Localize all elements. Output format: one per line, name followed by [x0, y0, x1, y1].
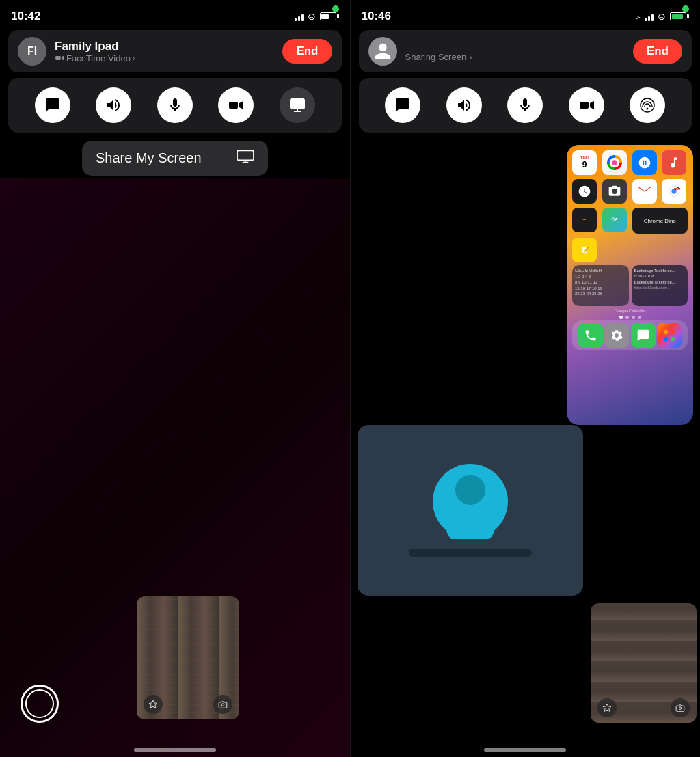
- thumbnail-card-right: [591, 603, 697, 723]
- misc-dock-icon: [657, 323, 682, 348]
- camera-app-icon: [602, 179, 627, 204]
- home-indicator-left: [134, 748, 216, 752]
- caller-name-left: Family Ipad: [55, 40, 135, 53]
- widget-row: DECEMBER 1 2 3 4 58 9 10 11 1215 16 17 1…: [567, 265, 693, 309]
- location-icon: ▹: [636, 12, 641, 22]
- battery-icon-right: [670, 12, 689, 20]
- signal-icon-right: [645, 12, 654, 21]
- wifi-icon-left: ⊜: [308, 11, 316, 22]
- right-panel: 10:46 ▹ ⊜ Sh: [351, 0, 701, 757]
- photos-app-icon: [602, 150, 627, 175]
- star-button-right[interactable]: [597, 698, 617, 717]
- svg-marker-6: [149, 700, 157, 708]
- svg-point-21: [455, 475, 485, 505]
- calendar-widget: DECEMBER 1 2 3 4 58 9 10 11 1215 16 17 1…: [572, 265, 629, 306]
- svg-point-24: [679, 707, 682, 710]
- call-controls-left: [8, 78, 342, 133]
- phone-dock-icon: [578, 323, 603, 348]
- svg-marker-1: [62, 56, 64, 61]
- app-grid: THU 9: [567, 145, 693, 268]
- svg-point-18: [664, 337, 669, 342]
- svg-point-17: [671, 330, 675, 335]
- thumbnail-card-left: [137, 596, 239, 719]
- camera-button-left[interactable]: [218, 87, 254, 123]
- svg-marker-9: [590, 101, 594, 109]
- events-widget: Backstage Taskforce... 6:30–7 PM Backsta…: [632, 265, 688, 306]
- wifi-icon-right: ⊜: [658, 11, 666, 22]
- time-left: 10:42: [11, 10, 40, 23]
- camera-flip-button-right[interactable]: [671, 698, 690, 717]
- person-avatar-icon: [433, 464, 508, 539]
- svg-point-13: [612, 160, 617, 165]
- svg-point-19: [671, 337, 675, 342]
- thumb-icons-right: [591, 698, 697, 717]
- status-bar-left: 10:42 ⊜: [0, 0, 350, 30]
- left-panel: 10:42 ⊜ FI Family Ipad Fa: [0, 0, 350, 757]
- clock-app-icon: [572, 179, 597, 204]
- svg-rect-8: [580, 102, 589, 109]
- status-bar-right: 10:46 ▹ ⊜: [351, 0, 701, 30]
- avatar-panel: [358, 425, 583, 596]
- end-call-button-left[interactable]: End: [282, 39, 332, 64]
- caller-avatar-left: FI: [18, 37, 46, 66]
- gmail-app-icon: [632, 179, 657, 204]
- video-area-left: [0, 178, 350, 757]
- svg-point-11: [647, 108, 649, 110]
- caller-name-right: [405, 41, 487, 49]
- message-button-right[interactable]: [385, 87, 420, 123]
- screen-share-button-left[interactable]: [280, 87, 315, 123]
- appstore-app-icon: [632, 150, 657, 175]
- green-dot-right: [682, 5, 689, 12]
- mic-button-left[interactable]: [157, 87, 193, 123]
- thumb-icons-left: [137, 695, 239, 714]
- messages-dock-icon: [631, 323, 656, 348]
- battery-icon-left: [320, 12, 339, 20]
- dock: [572, 320, 688, 350]
- speaker-button-left[interactable]: [96, 87, 131, 123]
- call-controls-right: [359, 78, 692, 133]
- status-icons-left: ⊜: [295, 11, 339, 22]
- airdrop-button-right[interactable]: [630, 87, 665, 123]
- record-button[interactable]: [21, 685, 59, 723]
- call-info-right: Sharing Screen ›: [368, 37, 487, 66]
- svg-marker-23: [603, 704, 611, 711]
- svg-rect-4: [291, 99, 304, 109]
- call-header-right: Sharing Screen › End: [359, 30, 692, 72]
- call-header-left: FI Family Ipad FaceTime Video › End: [8, 30, 342, 72]
- call-type-left: FaceTime Video ›: [55, 53, 135, 64]
- caller-details-right: Sharing Screen ›: [405, 41, 487, 62]
- message-button-left[interactable]: [35, 87, 70, 123]
- page-dots: [567, 314, 693, 320]
- iphone-screen-preview: THU 9: [567, 145, 693, 425]
- camera-flip-button-left[interactable]: [213, 695, 232, 714]
- svg-rect-0: [55, 56, 61, 60]
- maps-app-icon: 🗺: [602, 208, 627, 232]
- svg-rect-2: [229, 102, 238, 109]
- end-call-button-right[interactable]: End: [633, 39, 682, 64]
- svg-point-7: [221, 704, 224, 706]
- dino-widget: Chrome Dino: [632, 208, 688, 234]
- star-button-left[interactable]: [144, 695, 163, 714]
- share-screen-button[interactable]: Share My Screen: [82, 141, 268, 176]
- music-app-icon: [662, 150, 686, 175]
- iphone-screen-content: THU 9: [567, 145, 693, 425]
- calendar-app-icon: THU 9: [572, 150, 597, 175]
- speaker-button-right[interactable]: [446, 87, 482, 123]
- signal-icon-left: [295, 12, 304, 21]
- camera-button-right[interactable]: [569, 87, 604, 123]
- call-info-left: FI Family Ipad FaceTime Video ›: [18, 37, 135, 66]
- share-screen-label: Share My Screen: [96, 150, 202, 166]
- home-indicator-right: [484, 748, 566, 752]
- settings-dock-icon: [604, 323, 629, 348]
- widget-label: Google Calendar: [567, 309, 693, 314]
- chrome-app-icon: [662, 179, 686, 204]
- calculator-app-icon: =: [572, 208, 597, 232]
- thumb-video-right: [591, 603, 697, 723]
- notes-icon: 📝: [572, 238, 597, 262]
- screen-share-area: THU 9: [351, 138, 701, 757]
- sharing-label-right: Sharing Screen ›: [405, 52, 487, 62]
- time-right: 10:46: [362, 10, 391, 23]
- mic-button-right[interactable]: [507, 87, 543, 123]
- caller-details-left: Family Ipad FaceTime Video ›: [55, 40, 135, 64]
- large-avatar-container: [433, 464, 508, 539]
